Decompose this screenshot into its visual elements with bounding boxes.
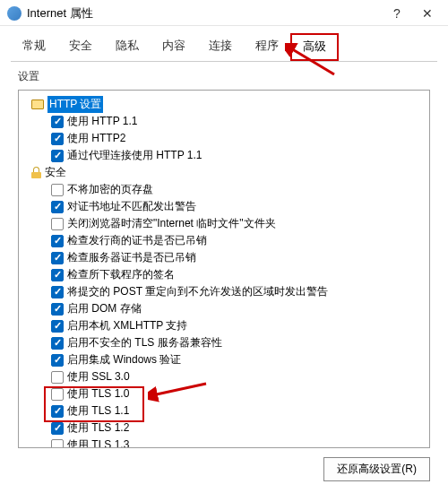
settings-tree[interactable]: HTTP 设置 使用 HTTP 1.1 使用 HTTP2 通过代理连接使用 HT…: [19, 91, 429, 448]
checkbox[interactable]: [51, 150, 64, 162]
tab-content[interactable]: 内容: [151, 33, 197, 61]
window-title: Internet 属性: [27, 5, 382, 22]
checkbox[interactable]: [51, 439, 64, 449]
tab-security[interactable]: 安全: [57, 33, 104, 61]
restore-defaults-button[interactable]: 还原高级设置(R): [323, 457, 430, 481]
opt-http2[interactable]: 使用 HTTP2: [22, 130, 426, 147]
checkbox[interactable]: [51, 371, 64, 384]
opt-label: 不将加密的页存盘: [67, 181, 153, 198]
tab-programs[interactable]: 程序: [244, 33, 290, 61]
opt-label: 检查服务器证书是否已吊销: [67, 249, 196, 266]
checkbox[interactable]: [51, 201, 64, 213]
opt-dom-storage[interactable]: 启用 DOM 存储: [22, 300, 426, 317]
opt-proxy-http11[interactable]: 通过代理连接使用 HTTP 1.1: [22, 147, 426, 164]
checkbox[interactable]: [51, 286, 64, 298]
checkbox[interactable]: [51, 354, 64, 367]
opt-tls12[interactable]: 使用 TLS 1.2: [22, 419, 426, 437]
opt-ssl30[interactable]: 使用 SSL 3.0: [22, 368, 426, 385]
folder-icon: [31, 99, 44, 109]
checkbox[interactable]: [51, 116, 64, 128]
help-button[interactable]: ?: [382, 6, 412, 21]
settings-panel: HTTP 设置 使用 HTTP 1.1 使用 HTTP2 通过代理连接使用 HT…: [18, 90, 430, 448]
group-security-label: 安全: [45, 164, 66, 181]
tab-connections[interactable]: 连接: [197, 33, 244, 61]
opt-label: 使用 TLS 1.0: [67, 385, 129, 402]
checkbox[interactable]: [51, 133, 64, 145]
opt-label: 启用集成 Windows 验证: [67, 351, 181, 368]
opt-win-auth[interactable]: 启用集成 Windows 验证: [22, 351, 426, 368]
opt-post-redirect[interactable]: 将提交的 POST 重定向到不允许发送的区域时发出警告: [22, 283, 426, 300]
opt-tls-compat[interactable]: 启用不安全的 TLS 服务器兼容性: [22, 334, 426, 351]
opt-label: 使用 TLS 1.1: [67, 402, 129, 419]
group-http: HTTP 设置: [22, 96, 426, 113]
close-button[interactable]: ✕: [412, 6, 443, 21]
checkbox[interactable]: [51, 320, 64, 333]
opt-label: 启用 DOM 存储: [67, 300, 142, 317]
checkbox[interactable]: [51, 388, 64, 401]
checkbox[interactable]: [51, 337, 64, 350]
group-security: 安全: [22, 164, 426, 181]
opt-label: 关闭浏览器时清空"Internet 临时文件"文件夹: [67, 215, 276, 232]
checkbox[interactable]: [51, 235, 64, 247]
checkbox[interactable]: [51, 405, 64, 418]
checkbox[interactable]: [51, 252, 64, 264]
opt-label: 将提交的 POST 重定向到不允许发送的区域时发出警告: [67, 283, 328, 300]
tab-strip: 常规 安全 隐私 内容 连接 程序 高级: [0, 26, 448, 61]
opt-clear-temp[interactable]: 关闭浏览器时清空"Internet 临时文件"文件夹: [22, 215, 426, 232]
opt-tls10[interactable]: 使用 TLS 1.0: [22, 385, 426, 402]
lock-icon: [31, 167, 41, 178]
opt-label: 对证书地址不匹配发出警告: [67, 198, 196, 215]
opt-label: 检查所下载程序的签名: [67, 266, 175, 283]
opt-tls13[interactable]: 使用 TLS 1.3: [22, 437, 426, 448]
checkbox[interactable]: [51, 422, 64, 435]
group-http-label: HTTP 设置: [47, 96, 103, 113]
checkbox[interactable]: [51, 184, 64, 196]
opt-label: 使用 TLS 1.3: [67, 437, 129, 448]
app-icon: [7, 6, 22, 21]
opt-label: 启用本机 XMLHTTP 支持: [67, 317, 187, 334]
opt-tls11[interactable]: 使用 TLS 1.1: [22, 402, 426, 419]
settings-label: 设置: [0, 62, 448, 90]
opt-check-dlsig[interactable]: 检查所下载程序的签名: [22, 266, 426, 283]
opt-label: 使用 SSL 3.0: [67, 368, 130, 385]
opt-http11[interactable]: 使用 HTTP 1.1: [22, 113, 426, 130]
opt-label: 通过代理连接使用 HTTP 1.1: [67, 147, 202, 164]
checkbox[interactable]: [51, 303, 64, 316]
opt-no-encrypt[interactable]: 不将加密的页存盘: [22, 181, 426, 198]
opt-check-srvrev[interactable]: 检查服务器证书是否已吊销: [22, 249, 426, 266]
opt-label: 使用 TLS 1.2: [67, 419, 129, 437]
checkbox[interactable]: [51, 269, 64, 281]
opt-label: 启用不安全的 TLS 服务器兼容性: [67, 334, 222, 351]
opt-check-revoke[interactable]: 检查发行商的证书是否已吊销: [22, 232, 426, 249]
opt-xmlhttp[interactable]: 启用本机 XMLHTTP 支持: [22, 317, 426, 334]
opt-cert-mismatch[interactable]: 对证书地址不匹配发出警告: [22, 198, 426, 215]
tab-privacy[interactable]: 隐私: [104, 33, 151, 61]
checkbox[interactable]: [51, 218, 64, 230]
opt-label: 使用 HTTP2: [67, 130, 125, 147]
opt-label: 检查发行商的证书是否已吊销: [67, 232, 207, 249]
tab-general[interactable]: 常规: [11, 33, 57, 61]
opt-label: 使用 HTTP 1.1: [67, 113, 137, 130]
tab-advanced[interactable]: 高级: [290, 33, 339, 61]
